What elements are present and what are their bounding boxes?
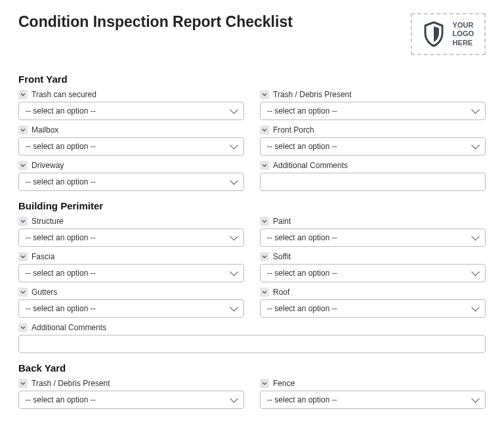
label-paint[interactable]: Paint (260, 217, 486, 226)
chevron-down-icon (18, 217, 28, 226)
chevron-down-icon (260, 252, 269, 261)
chevron-down-icon (260, 288, 269, 297)
select-value: -- select an option -- (267, 106, 337, 116)
label-text: Driveway (32, 161, 64, 170)
label-text: Front Porch (273, 125, 314, 135)
label-text: Trash can secured (32, 90, 96, 99)
select-trash-debris-front[interactable]: -- select an option -- (260, 102, 486, 120)
select-paint[interactable]: -- select an option -- (260, 228, 486, 247)
select-roof[interactable]: -- select an option -- (260, 299, 486, 318)
section-title-building-perimeter: Building Perimiter (18, 200, 486, 211)
select-soffit[interactable]: -- select an option -- (260, 264, 486, 282)
label-text: Fence (273, 379, 295, 388)
select-trash-can-secured[interactable]: -- select an option -- (18, 102, 244, 120)
chevron-down-icon (18, 90, 28, 99)
label-fascia[interactable]: Fascia (18, 252, 244, 261)
select-structure[interactable]: -- select an option -- (18, 228, 244, 247)
chevron-down-icon (18, 379, 28, 388)
logo-line-1: YOUR (453, 21, 474, 30)
select-value: -- select an option -- (267, 269, 337, 278)
chevron-down-icon (260, 379, 269, 388)
label-text: Paint (273, 217, 291, 226)
label-text: Additional Comments (32, 323, 106, 332)
label-additional-comments-front[interactable]: Additional Comments (260, 161, 486, 170)
logo-placeholder: YOUR LOGO HERE (411, 13, 486, 55)
chevron-down-icon (260, 217, 269, 226)
label-text: Fascia (32, 252, 54, 261)
shield-icon (423, 21, 445, 47)
select-value: -- select an option -- (26, 304, 96, 313)
label-trash-debris-front[interactable]: Trash / Debris Present (260, 90, 486, 99)
chevron-down-icon (18, 252, 28, 261)
logo-text: YOUR LOGO HERE (453, 21, 474, 47)
select-value: -- select an option -- (26, 233, 96, 242)
select-value: -- select an option -- (26, 269, 96, 278)
label-text: Gutters (32, 288, 57, 297)
label-trash-debris-back[interactable]: Trash / Debris Present (18, 379, 244, 388)
select-mailbox[interactable]: -- select an option -- (18, 137, 244, 156)
page-title: Condition Inspection Report Checklist (18, 13, 293, 31)
select-fascia[interactable]: -- select an option -- (18, 264, 244, 282)
label-text: Soffit (273, 252, 291, 261)
section-title-front-yard: Front Yard (18, 74, 486, 85)
input-additional-comments-perimeter[interactable] (18, 335, 486, 353)
label-trash-can-secured[interactable]: Trash can secured (18, 90, 244, 99)
label-mailbox[interactable]: Mailbox (18, 125, 244, 135)
select-value: -- select an option -- (267, 233, 337, 242)
label-front-porch[interactable]: Front Porch (260, 125, 486, 135)
select-value: -- select an option -- (267, 304, 337, 313)
input-additional-comments-front[interactable] (260, 173, 486, 191)
section-building-perimeter: Building Perimiter Structure -- select a… (18, 200, 486, 353)
select-front-porch[interactable]: -- select an option -- (260, 137, 486, 156)
label-gutters[interactable]: Gutters (18, 288, 244, 297)
select-value: -- select an option -- (267, 395, 337, 404)
label-text: Roof (273, 288, 289, 297)
select-driveway[interactable]: -- select an option -- (18, 173, 244, 191)
select-value: -- select an option -- (26, 395, 96, 404)
section-title-back-yard: Back Yard (18, 362, 486, 374)
label-additional-comments-perimeter[interactable]: Additional Comments (18, 323, 486, 332)
chevron-down-icon (18, 125, 28, 135)
chevron-down-icon (260, 161, 269, 170)
section-back-yard: Back Yard Trash / Debris Present -- sele… (18, 362, 486, 409)
label-structure[interactable]: Structure (18, 217, 244, 226)
select-gutters[interactable]: -- select an option -- (18, 299, 244, 318)
label-text: Mailbox (32, 125, 58, 135)
section-front-yard: Front Yard Trash can secured -- select a… (18, 74, 486, 191)
select-fence[interactable]: -- select an option -- (260, 391, 486, 409)
select-trash-debris-back[interactable]: -- select an option -- (18, 391, 244, 409)
select-value: -- select an option -- (267, 142, 337, 151)
chevron-down-icon (18, 288, 28, 297)
select-value: -- select an option -- (26, 177, 96, 186)
label-text: Structure (32, 217, 64, 226)
chevron-down-icon (18, 161, 28, 170)
logo-line-3: HERE (453, 39, 474, 47)
label-soffit[interactable]: Soffit (260, 252, 486, 261)
label-fence[interactable]: Fence (260, 379, 486, 388)
label-roof[interactable]: Roof (260, 288, 486, 297)
label-text: Trash / Debris Present (273, 90, 352, 99)
label-text: Additional Comments (273, 161, 348, 170)
logo-line-2: LOGO (453, 30, 474, 38)
label-text: Trash / Debris Present (32, 379, 110, 388)
chevron-down-icon (260, 125, 269, 135)
chevron-down-icon (18, 323, 28, 332)
label-driveway[interactable]: Driveway (18, 161, 244, 170)
select-value: -- select an option -- (26, 106, 96, 116)
select-value: -- select an option -- (26, 142, 96, 151)
chevron-down-icon (260, 90, 269, 99)
